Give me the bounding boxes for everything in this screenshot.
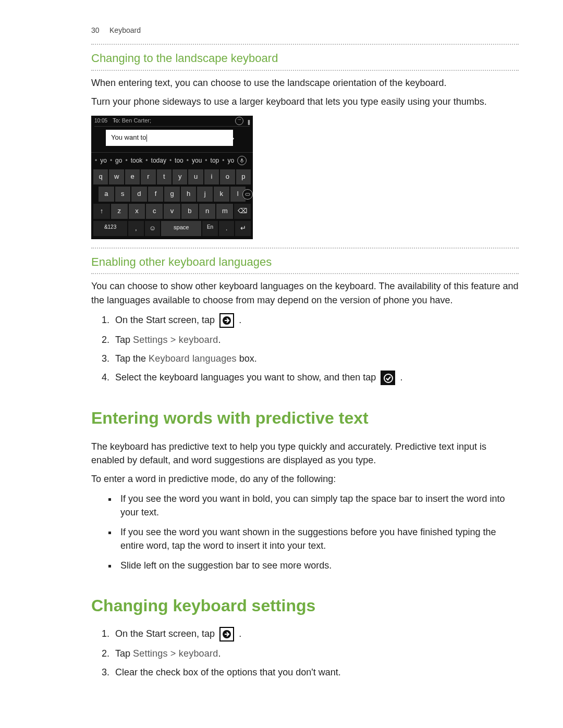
- step-text: box.: [237, 353, 257, 364]
- key: d: [131, 187, 147, 202]
- suggestion: top: [211, 156, 219, 165]
- mic-icon: [237, 156, 247, 165]
- key: h: [181, 187, 197, 202]
- onscreen-keyboard: q w e r t y u i o p a s d f g h j k l ↑ …: [91, 168, 253, 237]
- divider: [91, 44, 519, 45]
- divider: [91, 248, 519, 249]
- key: k: [214, 187, 229, 202]
- key: q: [93, 169, 108, 184]
- paragraph: To enter a word in predictive mode, do a…: [91, 472, 519, 486]
- key: r: [141, 169, 155, 184]
- step-text: Tap: [115, 335, 133, 345]
- comma-key: ,: [128, 221, 144, 236]
- list-item: Tap Settings > keyboard.: [112, 647, 519, 660]
- list-item: If you see the word you want shown in th…: [117, 525, 519, 552]
- list-item: If you see the word you want in bold, yo…: [117, 492, 519, 519]
- key: t: [157, 169, 172, 184]
- key: v: [164, 204, 180, 219]
- step-text: Select the keyboard languages you want t…: [115, 372, 378, 382]
- suggestion: you: [192, 156, 202, 165]
- status-bar: 10:05 To: Ben Carter; •••: [91, 116, 253, 126]
- arrow-circle-icon: [219, 627, 234, 641]
- list-item: Slide left on the suggestion bar to see …: [117, 559, 519, 572]
- suggestion: today: [151, 156, 166, 165]
- space-key: space: [161, 221, 201, 236]
- ui-path: Settings > keyboard: [133, 648, 218, 659]
- list-item: Select the keyboard languages you want t…: [112, 371, 519, 385]
- key: u: [188, 169, 203, 184]
- step-text: .: [218, 335, 221, 345]
- step-text: On the Start screen, tap: [115, 315, 217, 325]
- ui-path: Settings > keyboard: [133, 335, 218, 345]
- paragraph: You can choose to show other keyboard la…: [91, 279, 519, 306]
- more-icon: •••: [248, 119, 250, 124]
- message-bubble: You want to: [106, 130, 233, 146]
- suggestion: took: [131, 156, 143, 165]
- send-icon: [235, 117, 243, 125]
- heading-landscape-keyboard: Changing to the landscape keyboard: [91, 50, 519, 67]
- heading-enable-languages: Enabling other keyboard languages: [91, 254, 519, 270]
- clock: 10:05: [94, 117, 107, 125]
- key: f: [148, 187, 164, 202]
- section-name: Keyboard: [109, 26, 141, 34]
- suggestion-row: •yo •go •took •today •too •you •top •yo: [91, 152, 253, 168]
- suggestion: yo: [227, 156, 234, 165]
- list-item: On the Start screen, tap .: [112, 627, 519, 641]
- step-text: Tap the: [115, 353, 149, 364]
- steps-list: On the Start screen, tap . Tap Settings …: [112, 627, 519, 679]
- list-item: Tap the Keyboard languages box.: [112, 352, 519, 365]
- bullet-list: If you see the word you want in bold, yo…: [117, 492, 519, 572]
- divider: [91, 273, 519, 274]
- paragraph: Turn your phone sideways to use a larger…: [91, 95, 519, 108]
- to-label: To:: [113, 117, 120, 124]
- key: o: [220, 169, 235, 184]
- paragraph: The keyboard has predictive text to help…: [91, 440, 519, 467]
- phone-screenshot: 10:05 To: Ben Carter; ••• You want to •y…: [91, 116, 253, 239]
- symbols-key: &123: [93, 221, 127, 236]
- step-text: .: [400, 372, 402, 382]
- key: w: [109, 169, 124, 184]
- key: x: [129, 204, 145, 219]
- svg-rect-2: [246, 193, 250, 195]
- list-item: Clear the check box of the options that …: [112, 665, 519, 679]
- heading-keyboard-settings: Changing keyboard settings: [91, 594, 519, 618]
- list-item: Tap Settings > keyboard.: [112, 333, 519, 347]
- svg-rect-0: [241, 158, 243, 161]
- step-text: .: [218, 648, 221, 659]
- divider: [91, 70, 519, 71]
- suggestion: yo: [100, 156, 107, 165]
- key: z: [111, 204, 128, 219]
- step-text: .: [239, 315, 241, 325]
- key: p: [236, 169, 251, 184]
- shift-key: ↑: [93, 204, 110, 219]
- page-header: 30 Keyboard: [91, 25, 519, 35]
- key: y: [173, 169, 187, 184]
- to-field: To: Ben Carter;: [113, 117, 151, 125]
- check-circle-icon: [381, 371, 395, 385]
- emoji-key: ☺: [145, 221, 161, 236]
- steps-list: On the Start screen, tap . Tap Settings …: [112, 313, 519, 386]
- heading-predictive-text: Entering words with predictive text: [91, 406, 519, 430]
- key: j: [197, 187, 213, 202]
- paragraph: When entering text, you can choose to us…: [91, 76, 519, 90]
- page-number: 30: [91, 26, 100, 34]
- key: c: [146, 204, 163, 219]
- step-text: .: [239, 628, 241, 639]
- key: m: [216, 204, 233, 219]
- key: b: [181, 204, 198, 219]
- list-item: On the Start screen, tap .: [112, 313, 519, 328]
- suggestion: go: [115, 156, 122, 165]
- ui-label: Keyboard languages: [149, 353, 237, 364]
- to-value: Ben Carter;: [122, 117, 151, 124]
- enter-key: ↵: [235, 221, 251, 236]
- step-text: Tap: [115, 648, 133, 659]
- key: e: [125, 169, 140, 184]
- arrow-circle-icon: [219, 313, 234, 328]
- key: s: [115, 187, 131, 202]
- key: g: [164, 187, 180, 202]
- period-key: .: [219, 221, 235, 236]
- key: a: [99, 187, 114, 202]
- suggestion: too: [175, 156, 183, 165]
- key: i: [204, 169, 219, 184]
- svg-point-4: [384, 374, 393, 382]
